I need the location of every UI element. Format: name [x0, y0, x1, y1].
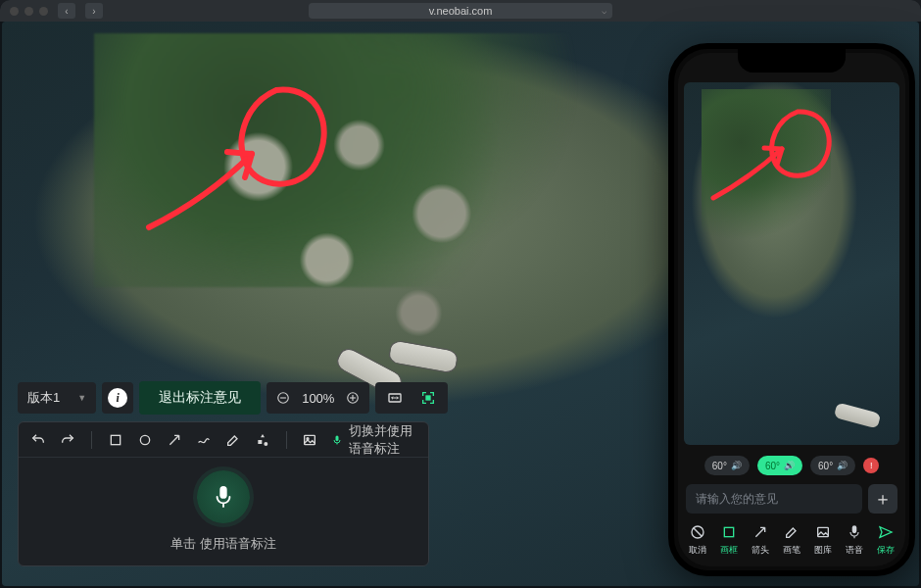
sound-icon: 🔊 — [784, 461, 795, 470]
cancel-icon — [689, 523, 706, 541]
chevron-down-icon: ▼ — [77, 393, 86, 403]
zoom-value: 100% — [302, 391, 334, 406]
separator — [286, 431, 287, 449]
brush-tool[interactable] — [225, 431, 241, 449]
sound-icon: 🔊 — [837, 461, 848, 470]
tool-label: 语音 — [846, 544, 863, 557]
undo-button[interactable] — [30, 431, 46, 449]
url-bar[interactable]: v.neobai.com ⌵ — [309, 3, 612, 19]
window-controls — [10, 7, 48, 16]
phone-input-row: 请输入您的意见 ＋ — [678, 480, 905, 517]
info-icon: i — [108, 388, 127, 408]
phone-screen: 60°🔊 60°🔊 60°🔊 ! 请输入您的意见 ＋ 取消 画框 — [678, 53, 905, 566]
comment-input[interactable]: 请输入您的意见 — [686, 484, 862, 514]
redo-button[interactable] — [60, 431, 75, 449]
crop-tool[interactable] — [108, 431, 123, 449]
annotation-toolrow: 切换并使用语音标注 — [19, 422, 428, 458]
zoom-out-button[interactable] — [276, 391, 290, 405]
arrow-icon — [751, 523, 769, 541]
phone-tool-cancel[interactable]: 取消 — [683, 523, 712, 557]
url-text: v.neobai.com — [429, 5, 493, 17]
freehand-tool[interactable] — [196, 431, 212, 449]
phone-tool-brush[interactable]: 画笔 — [777, 523, 806, 557]
window-close-dot[interactable] — [10, 7, 19, 16]
chip-label: 60° — [712, 461, 727, 471]
phone-tool-row: 取消 画框 箭头 画笔 图库 语音 — [678, 517, 905, 566]
exit-annotation-label: 退出标注意见 — [159, 389, 241, 407]
boat-shape — [834, 402, 882, 428]
annotation-panel: 切换并使用语音标注 单击 使用语音标注 — [18, 421, 429, 566]
svg-point-8 — [140, 435, 149, 444]
voice-hint: 单击 使用语音标注 — [170, 535, 276, 553]
window-zoom-dot[interactable] — [39, 7, 48, 16]
shapes-tool[interactable] — [255, 431, 270, 449]
view-controls — [375, 382, 448, 414]
voice-toggle[interactable]: 切换并使用语音标注 — [331, 422, 416, 458]
fit-width-button[interactable] — [383, 386, 407, 410]
phone-mockup: 60°🔊 60°🔊 60°🔊 ! 请输入您的意见 ＋ 取消 画框 — [668, 43, 915, 576]
add-button[interactable]: ＋ — [868, 484, 897, 514]
phone-image-content[interactable] — [684, 82, 899, 445]
url-dropdown-icon: ⌵ — [602, 6, 606, 16]
info-button[interactable]: i — [102, 382, 133, 414]
fullscreen-button[interactable] — [416, 386, 440, 410]
tool-label: 箭头 — [751, 544, 769, 557]
zoom-control: 100% — [267, 382, 369, 414]
nav-forward-button[interactable]: › — [85, 3, 103, 19]
chip-label: 60° — [818, 461, 833, 471]
gallery-icon — [814, 523, 832, 541]
annotation-body: 单击 使用语音标注 — [19, 458, 428, 565]
tool-label: 画笔 — [783, 544, 800, 557]
angle-chip-active[interactable]: 60°🔊 — [757, 456, 802, 475]
voice-toggle-label: 切换并使用语音标注 — [349, 422, 416, 458]
version-dropdown[interactable]: 版本1 ▼ — [18, 382, 96, 414]
brush-icon — [783, 523, 800, 541]
phone-tool-gallery[interactable]: 图库 — [808, 523, 838, 557]
tool-label: 保存 — [877, 544, 895, 557]
svg-rect-12 — [219, 486, 226, 499]
svg-rect-6 — [426, 396, 430, 400]
freehand-annotation — [702, 102, 848, 210]
tool-label: 画框 — [720, 544, 738, 557]
voice-record-button[interactable] — [197, 470, 250, 523]
crop-icon — [720, 523, 738, 541]
angle-chip[interactable]: 60°🔊 — [704, 456, 750, 475]
svg-rect-15 — [818, 527, 829, 536]
zoom-in-button[interactable] — [346, 391, 360, 405]
send-icon — [877, 523, 895, 541]
svg-rect-7 — [111, 435, 120, 444]
review-toolbar: 版本1 ▼ i 退出标注意见 100% — [18, 381, 448, 415]
browser-titlebar: ‹ › v.neobai.com ⌵ — [0, 0, 921, 22]
version-label: 版本1 — [27, 389, 60, 407]
comment-placeholder: 请输入您的意见 — [696, 491, 778, 508]
mic-icon — [846, 523, 863, 541]
svg-rect-16 — [852, 525, 857, 533]
boat-shape — [387, 339, 459, 374]
mic-icon — [331, 433, 343, 447]
window-minimize-dot[interactable] — [24, 7, 33, 16]
separator — [91, 431, 92, 449]
phone-tool-crop[interactable]: 画框 — [714, 523, 744, 557]
circle-tool[interactable] — [137, 431, 153, 449]
tool-label: 图库 — [814, 544, 832, 557]
nav-back-button[interactable]: ‹ — [58, 3, 75, 19]
angle-chip[interactable]: 60°🔊 — [810, 456, 855, 475]
phone-chip-bar: 60°🔊 60°🔊 60°🔊 ! — [678, 451, 905, 480]
sound-icon: 🔊 — [731, 461, 742, 470]
image-tool[interactable] — [302, 431, 317, 449]
svg-rect-14 — [724, 527, 733, 536]
tool-label: 取消 — [689, 544, 706, 557]
alert-badge[interactable]: ! — [863, 458, 879, 473]
chip-label: 60° — [765, 461, 780, 471]
phone-tool-arrow[interactable]: 箭头 — [746, 523, 775, 557]
phone-tool-save[interactable]: 保存 — [871, 523, 900, 557]
exit-annotation-button[interactable]: 退出标注意见 — [139, 381, 261, 415]
svg-rect-11 — [336, 435, 339, 441]
svg-rect-9 — [305, 435, 315, 444]
phone-tool-voice[interactable]: 语音 — [840, 523, 869, 557]
arrow-tool[interactable] — [167, 431, 182, 449]
